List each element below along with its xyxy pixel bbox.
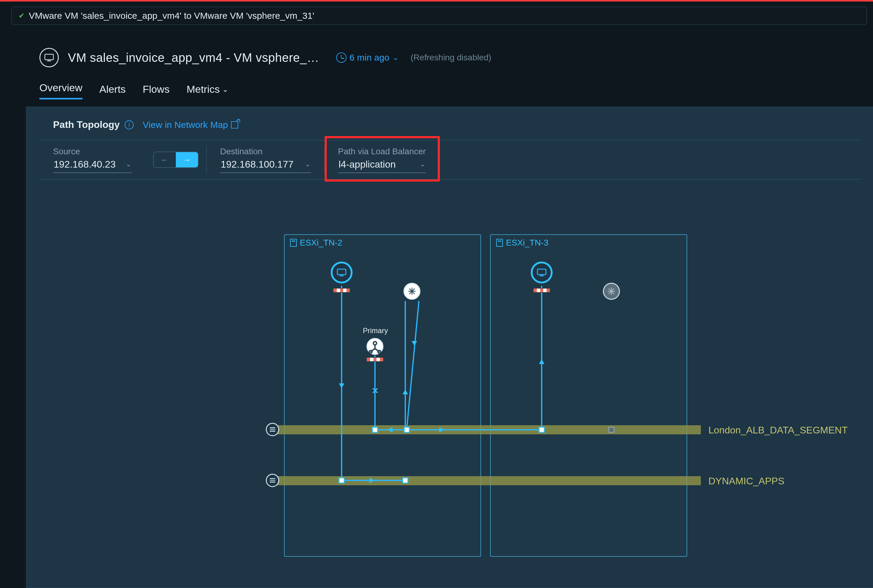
load-balancer-node[interactable] [404, 283, 420, 300]
page-title: VM sales_invoice_app_vm4 - VM vsphere_… [68, 51, 319, 64]
nic-icon [333, 288, 350, 292]
topology-lines [26, 107, 873, 588]
primary-label: Primary [363, 326, 388, 335]
arrow-icon [339, 383, 344, 388]
node-port-icon [339, 477, 345, 483]
node-port-icon [608, 427, 614, 433]
clock-icon [336, 52, 346, 63]
arrow-icon [402, 390, 408, 394]
svg-rect-10 [338, 269, 346, 274]
nic-icon [533, 288, 550, 292]
node-port-icon [404, 427, 410, 433]
arrow-icon [539, 359, 544, 364]
check-icon: ✔ [18, 12, 24, 20]
time-ago-text: 6 min ago [350, 52, 390, 63]
refresh-status: (Refreshing disabled) [411, 53, 491, 62]
breadcrumb-text: VMware VM 'sales_invoice_app_vm4' to VMw… [29, 10, 314, 21]
vm-icon [39, 48, 59, 67]
title-row: VM sales_invoice_app_vm4 - VM vsphere_… … [39, 47, 867, 68]
arrow-icon [439, 427, 444, 432]
tab-overview[interactable]: Overview [39, 82, 82, 99]
tabs: Overview Alerts Flows Metrics⌄ [39, 81, 867, 99]
chevron-down-icon: ⌄ [393, 53, 399, 62]
tab-alerts[interactable]: Alerts [99, 83, 126, 99]
path-topology-panel: Path Topology i View in Network Map Sour… [26, 107, 873, 588]
arrow-icon [388, 427, 393, 432]
svg-point-24 [374, 342, 377, 345]
tab-metrics[interactable]: Metrics⌄ [186, 83, 228, 99]
block-icon: ✕ [372, 386, 379, 396]
arrow-icon [412, 341, 417, 346]
svg-line-6 [407, 301, 419, 428]
node-port-icon [402, 477, 408, 483]
chevron-down-icon: ⌄ [222, 85, 228, 94]
vm-node[interactable] [331, 262, 352, 284]
load-balancer-node-inactive[interactable] [603, 283, 620, 300]
node-port-icon [538, 427, 545, 433]
svg-rect-0 [45, 54, 53, 60]
node-port-icon [372, 427, 378, 433]
top-red-bar [0, 0, 873, 2]
vm-node[interactable] [531, 262, 553, 284]
breadcrumb-bar[interactable]: ✔ VMware VM 'sales_invoice_app_vm4' to V… [12, 7, 867, 25]
time-ago-dropdown[interactable]: 6 min ago ⌄ [336, 52, 399, 63]
svg-rect-13 [537, 269, 546, 274]
tab-flows[interactable]: Flows [143, 83, 170, 99]
arrow-icon [369, 478, 374, 483]
nic-icon [366, 357, 384, 362]
service-engine-node[interactable] [366, 338, 384, 355]
